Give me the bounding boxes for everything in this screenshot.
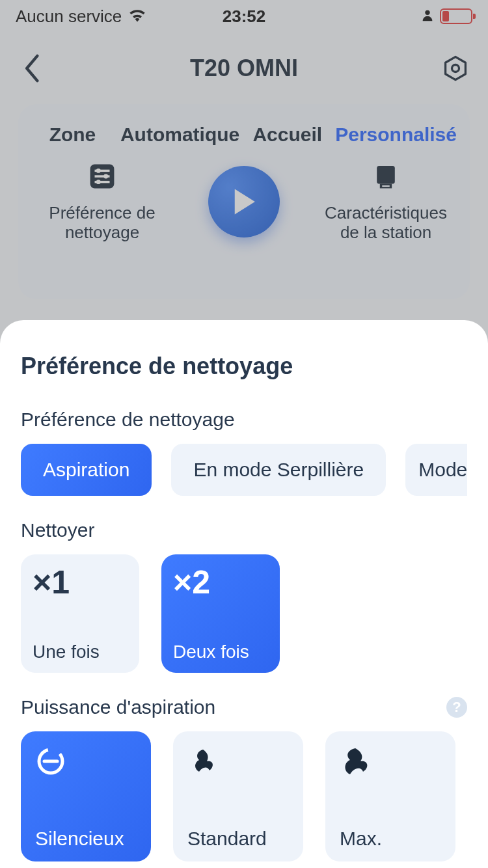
cleaning-pref-sheet: Préférence de nettoyage Préférence de ne… bbox=[0, 320, 488, 868]
power-quiet-tile[interactable]: Silencieux bbox=[21, 731, 151, 861]
power-max-tile[interactable]: Max. bbox=[325, 731, 455, 861]
power-quiet-label: Silencieux bbox=[35, 828, 139, 850]
clean-twice-big: ×2 bbox=[173, 566, 268, 599]
clean-tile-row: ×1 Une fois ×2 Deux fois bbox=[21, 554, 467, 673]
power-tile-row: Silencieux Standard Max. bbox=[21, 731, 467, 861]
power-standard-label: Standard bbox=[187, 828, 291, 850]
sheet-title: Préférence de nettoyage bbox=[21, 353, 467, 380]
standard-icon bbox=[187, 746, 219, 777]
clean-once-big: ×1 bbox=[33, 566, 128, 599]
mode-section-label: Préférence de nettoyage bbox=[21, 409, 467, 431]
mode-mop-chip[interactable]: En mode Serpillière bbox=[171, 444, 386, 496]
clean-once-label: Une fois bbox=[33, 642, 128, 662]
power-standard-tile[interactable]: Standard bbox=[173, 731, 303, 861]
clean-once-tile[interactable]: ×1 Une fois bbox=[21, 554, 139, 673]
quiet-icon bbox=[35, 746, 66, 777]
clean-section-label: Nettoyer bbox=[21, 519, 467, 541]
max-icon bbox=[340, 746, 371, 777]
clean-twice-tile[interactable]: ×2 Deux fois bbox=[161, 554, 280, 673]
power-max-label: Max. bbox=[340, 828, 444, 850]
power-section-label: Puissance d'aspiration bbox=[21, 696, 215, 718]
mode-combo-chip[interactable]: Mode asp bbox=[405, 444, 467, 496]
help-icon[interactable]: ? bbox=[446, 697, 467, 718]
mode-vacuum-chip[interactable]: Aspiration bbox=[21, 444, 152, 496]
power-section-header: Puissance d'aspiration ? bbox=[21, 696, 467, 718]
mode-chip-row: Aspiration En mode Serpillière Mode asp bbox=[21, 444, 467, 496]
clean-twice-label: Deux fois bbox=[173, 642, 268, 662]
